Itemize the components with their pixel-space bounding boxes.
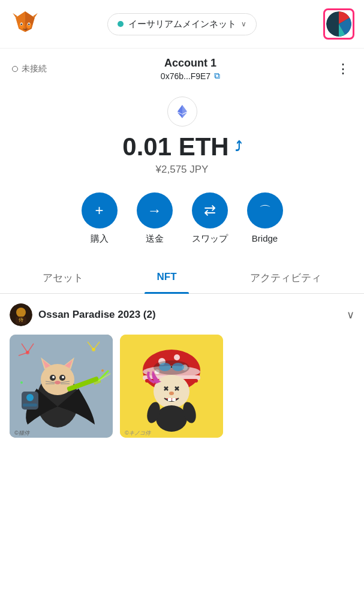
account-name: Account 1 — [161, 57, 220, 70]
not-connected-label: 未接続 — [22, 64, 47, 74]
balance-section: 0.01 ETH ⤴ ¥2,575 JPY — [0, 133, 364, 176]
arrow-right-icon: → — [148, 202, 162, 219]
tab-activity-label: アクティビティ — [250, 272, 321, 284]
svg-rect-73 — [168, 398, 172, 401]
tab-activity[interactable]: アクティビティ — [238, 263, 333, 293]
swap-button[interactable]: ⇄ — [192, 192, 228, 228]
svg-point-18 — [16, 308, 26, 317]
plus-icon: + — [95, 202, 103, 219]
nft-card-1[interactable]: ©猫侍 — [10, 335, 113, 438]
eth-balance: 0.01 ETH ⤴ — [0, 133, 364, 161]
collection-expand-icon[interactable]: ∨ — [347, 308, 354, 321]
svg-point-9 — [20, 23, 22, 25]
chart-icon[interactable]: ⤴ — [235, 139, 242, 155]
tab-assets-label: アセット — [43, 272, 83, 284]
tab-nft[interactable]: NFT — [145, 263, 188, 293]
nft-collection-name: Ossan Paradise 2023 (2) — [38, 309, 156, 321]
svg-marker-14 — [178, 105, 182, 114]
nft-grid: ©猫侍 — [10, 335, 354, 438]
svg-point-40 — [62, 376, 64, 378]
disconnected-dot — [12, 66, 18, 72]
tab-assets[interactable]: アセット — [31, 263, 95, 293]
nft-section: 侍 Ossan Paradise 2023 (2) ∨ — [0, 294, 364, 447]
svg-point-58 — [174, 354, 180, 360]
svg-text:侍: 侍 — [19, 317, 23, 323]
bridge-icon: ⌒ — [259, 203, 271, 219]
svg-text:©猫侍: ©猫侍 — [14, 430, 30, 436]
swap-action[interactable]: ⇄ スワップ — [192, 192, 228, 245]
nft-card-2[interactable]: ©キノコ侍 — [120, 335, 223, 438]
connection-status: 未接続 — [12, 64, 47, 74]
action-buttons: + 購入 → 送金 ⇄ スワップ ⌒ Bridge — [0, 192, 364, 245]
address-text: 0x76b...F9E7 — [161, 71, 210, 81]
ethereum-icon — [167, 97, 197, 127]
swap-icon: ⇄ — [204, 202, 216, 219]
profile-button[interactable] — [323, 8, 354, 40]
svg-rect-74 — [172, 398, 176, 401]
account-info: Account 1 0x76b...F9E7 ⧉ — [161, 57, 220, 81]
eth-amount: 0.01 ETH — [122, 133, 228, 161]
account-address[interactable]: 0x76b...F9E7 ⧉ — [161, 71, 220, 81]
svg-point-25 — [20, 381, 23, 384]
svg-point-65 — [172, 363, 184, 371]
chevron-down-icon: ∨ — [241, 20, 246, 28]
svg-point-39 — [52, 376, 55, 378]
buy-button[interactable]: + — [82, 192, 118, 228]
eth-icon-wrapper — [0, 97, 364, 127]
more-options-button[interactable]: ⋮ — [334, 59, 352, 79]
jpy-balance: ¥2,575 JPY — [0, 164, 364, 176]
bridge-button[interactable]: ⌒ — [247, 192, 283, 228]
copy-icon[interactable]: ⧉ — [214, 71, 220, 81]
nft-collection-info: 侍 Ossan Paradise 2023 (2) — [10, 303, 156, 326]
metamask-logo — [10, 8, 41, 40]
network-selector[interactable]: イーサリアムメインネット ∨ — [107, 13, 257, 35]
svg-text:©キノコ侍: ©キノコ侍 — [125, 430, 151, 436]
network-label: イーサリアムメインネット — [128, 19, 236, 30]
network-status-dot — [118, 21, 124, 27]
svg-rect-52 — [23, 404, 37, 407]
eth-logo — [174, 103, 191, 120]
bridge-label: Bridge — [252, 233, 278, 243]
nft-collection-thumb: 侍 — [10, 303, 32, 326]
account-section: 未接続 Account 1 0x76b...F9E7 ⧉ ⋮ — [0, 49, 364, 86]
send-label: 送金 — [146, 233, 164, 245]
svg-point-10 — [28, 23, 30, 25]
profile-icon — [326, 11, 351, 37]
swap-label: スワップ — [192, 233, 228, 245]
svg-point-41 — [55, 381, 61, 384]
svg-point-51 — [26, 394, 34, 401]
main-tabs: アセット NFT アクティビティ — [0, 263, 364, 294]
nft-collection-header: 侍 Ossan Paradise 2023 (2) ∨ — [10, 303, 354, 326]
buy-action[interactable]: + 購入 — [82, 192, 118, 245]
nft-art-1: ©猫侍 — [10, 335, 113, 438]
tab-nft-label: NFT — [157, 271, 176, 282]
collection-thumb-art: 侍 — [10, 303, 32, 326]
svg-point-72 — [169, 392, 174, 395]
svg-point-75 — [156, 405, 187, 432]
send-button[interactable]: → — [137, 192, 173, 228]
send-action[interactable]: → 送金 — [137, 192, 173, 245]
buy-label: 購入 — [91, 233, 109, 245]
bridge-action[interactable]: ⌒ Bridge — [247, 192, 283, 245]
header: イーサリアムメインネット ∨ — [0, 0, 364, 49]
nft-art-2: ©キノコ侍 — [120, 335, 223, 438]
svg-point-24 — [101, 369, 104, 372]
svg-point-64 — [159, 363, 171, 371]
